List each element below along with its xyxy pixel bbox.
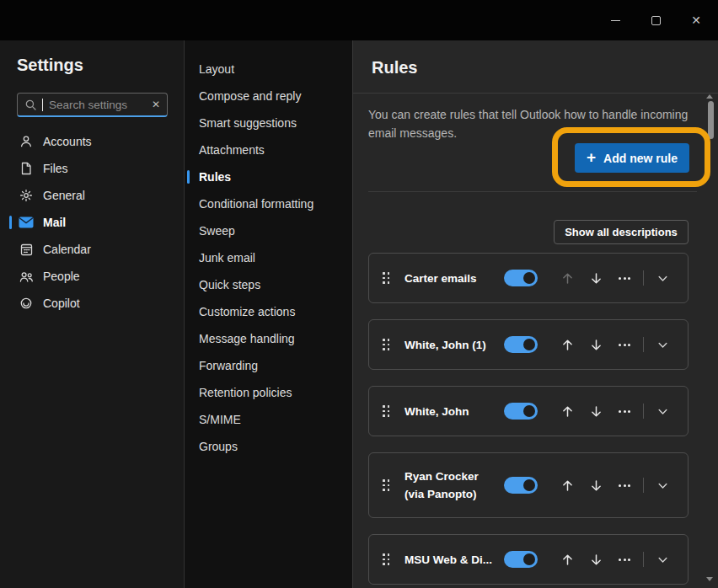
nav-item-label: Forwarding bbox=[199, 359, 258, 372]
show-all-descriptions-button[interactable]: Show all descriptions bbox=[554, 220, 689, 244]
rule-enabled-toggle[interactable] bbox=[504, 270, 538, 286]
move-down-icon[interactable] bbox=[581, 334, 610, 355]
sidebar-item-label: Mail bbox=[43, 216, 66, 229]
scrollbar-up-arrow[interactable] bbox=[706, 94, 713, 99]
rule-actions bbox=[553, 401, 677, 421]
search-placeholder: Search settings bbox=[49, 99, 146, 111]
nav-item-groups[interactable]: Groups bbox=[185, 433, 352, 460]
nav-item-label: Groups bbox=[199, 440, 238, 453]
drag-handle-icon[interactable] bbox=[383, 339, 389, 350]
move-down-icon[interactable] bbox=[581, 268, 610, 288]
sidebar-item-calendar[interactable]: Calendar bbox=[0, 236, 184, 263]
move-up-icon[interactable] bbox=[553, 334, 581, 355]
sidebar-item-accounts[interactable]: Accounts bbox=[0, 128, 184, 155]
close-button[interactable]: ✕ bbox=[676, 0, 716, 40]
chevron-down-icon[interactable] bbox=[648, 334, 677, 355]
page-title: Rules bbox=[372, 58, 417, 78]
scrollbar-down-arrow[interactable] bbox=[706, 577, 713, 581]
nav-item-label: Compose and reply bbox=[199, 89, 301, 103]
more-options-icon[interactable] bbox=[610, 334, 639, 355]
nav-item-label: Layout bbox=[199, 62, 234, 76]
chevron-down-icon[interactable] bbox=[648, 268, 677, 288]
rule-actions bbox=[553, 334, 677, 355]
sidebar-item-files[interactable]: Files bbox=[0, 155, 184, 182]
window-titlebar: ✕ bbox=[0, 0, 718, 40]
drag-handle-icon[interactable] bbox=[383, 479, 389, 491]
search-input[interactable]: Search settings ✕ bbox=[17, 93, 168, 117]
nav-item-label: Message handling bbox=[199, 332, 295, 345]
nav-item-message-handling[interactable]: Message handling bbox=[185, 325, 352, 352]
settings-title: Settings bbox=[17, 56, 83, 75]
people-icon bbox=[19, 270, 34, 283]
minimize-button[interactable] bbox=[595, 0, 635, 40]
rules-description: You can create rules that tell Outlook h… bbox=[368, 105, 700, 142]
rule-enabled-toggle[interactable] bbox=[504, 551, 538, 568]
rule-enabled-toggle[interactable] bbox=[504, 477, 538, 494]
rule-card-white-john: White, John bbox=[368, 386, 689, 436]
move-up-icon[interactable] bbox=[553, 401, 581, 421]
nav-item-label: Rules bbox=[199, 170, 231, 184]
rule-actions bbox=[553, 268, 677, 288]
nav-item-rules[interactable]: Rules bbox=[185, 163, 352, 190]
sidebar-item-mail[interactable]: Mail bbox=[0, 209, 184, 236]
rule-enabled-toggle[interactable] bbox=[504, 336, 538, 353]
more-options-icon[interactable] bbox=[610, 268, 639, 288]
nav-item-s-mime[interactable]: S/MIME bbox=[185, 406, 352, 433]
sidebar-item-label: General bbox=[43, 189, 85, 202]
rule-card-msu-web-di: MSU Web & Di... bbox=[368, 534, 689, 585]
nav-item-junk-email[interactable]: Junk email bbox=[185, 244, 352, 271]
nav-item-customize-actions[interactable]: Customize actions bbox=[185, 298, 352, 325]
move-up-icon[interactable] bbox=[553, 268, 581, 288]
rule-name: MSU Web & Di... bbox=[405, 551, 499, 569]
nav-item-layout[interactable]: Layout bbox=[185, 56, 352, 83]
nav-item-forwarding[interactable]: Forwarding bbox=[185, 352, 352, 379]
nav-item-label: S/MIME bbox=[199, 413, 241, 426]
more-options-icon[interactable] bbox=[610, 475, 639, 495]
nav-item-smart-suggestions[interactable]: Smart suggestions bbox=[185, 110, 352, 136]
move-up-icon[interactable] bbox=[553, 549, 581, 569]
chevron-down-icon[interactable] bbox=[648, 475, 677, 495]
rule-name: White, John (1) bbox=[405, 336, 499, 354]
sidebar-item-label: Calendar bbox=[43, 243, 91, 256]
drag-handle-icon[interactable] bbox=[383, 272, 389, 284]
add-new-rule-label: Add new rule bbox=[603, 152, 678, 165]
chevron-down-icon[interactable] bbox=[648, 549, 677, 569]
toggle-knob bbox=[523, 553, 535, 565]
nav-item-compose-and-reply[interactable]: Compose and reply bbox=[185, 83, 352, 110]
nav-item-label: Quick steps bbox=[199, 278, 260, 291]
sidebar-item-copilot[interactable]: Copilot bbox=[0, 290, 184, 317]
move-up-icon[interactable] bbox=[553, 475, 581, 495]
nav-item-sweep[interactable]: Sweep bbox=[185, 217, 352, 244]
rule-enabled-toggle[interactable] bbox=[504, 403, 538, 420]
rule-card-white-john-1: White, John (1) bbox=[368, 319, 689, 370]
chevron-down-icon[interactable] bbox=[648, 401, 677, 421]
more-options-icon[interactable] bbox=[610, 549, 639, 569]
header-divider bbox=[353, 93, 718, 94]
drag-handle-icon[interactable] bbox=[383, 553, 389, 565]
nav-item-conditional-formatting[interactable]: Conditional formatting bbox=[185, 190, 352, 217]
nav-item-label: Customize actions bbox=[199, 305, 295, 318]
nav-item-quick-steps[interactable]: Quick steps bbox=[185, 271, 352, 298]
person-icon bbox=[19, 135, 34, 148]
actions-divider bbox=[643, 404, 644, 419]
scrollbar-thumb[interactable] bbox=[708, 101, 714, 139]
move-down-icon[interactable] bbox=[581, 475, 610, 495]
clear-search-icon[interactable]: ✕ bbox=[152, 99, 160, 110]
document-icon bbox=[19, 162, 34, 175]
settings-sidebar: Settings Search settings ✕ AccountsFiles… bbox=[0, 40, 184, 588]
drag-handle-icon[interactable] bbox=[383, 405, 389, 417]
maximize-button[interactable] bbox=[635, 0, 676, 40]
move-down-icon[interactable] bbox=[581, 549, 610, 569]
sidebar-item-general[interactable]: General bbox=[0, 182, 184, 209]
minimize-icon bbox=[611, 20, 620, 21]
gear-icon bbox=[19, 189, 34, 202]
sidebar-nav: AccountsFilesGeneralMailCalendarPeopleCo… bbox=[0, 128, 184, 317]
actions-divider bbox=[643, 478, 644, 493]
more-options-icon[interactable] bbox=[610, 401, 639, 421]
nav-item-retention-policies[interactable]: Retention policies bbox=[185, 379, 352, 406]
move-down-icon[interactable] bbox=[581, 401, 610, 421]
add-new-rule-button[interactable]: + Add new rule bbox=[575, 143, 689, 173]
sidebar-item-people[interactable]: People bbox=[0, 263, 184, 290]
actions-divider bbox=[643, 270, 644, 286]
nav-item-attachments[interactable]: Attachments bbox=[185, 136, 352, 163]
